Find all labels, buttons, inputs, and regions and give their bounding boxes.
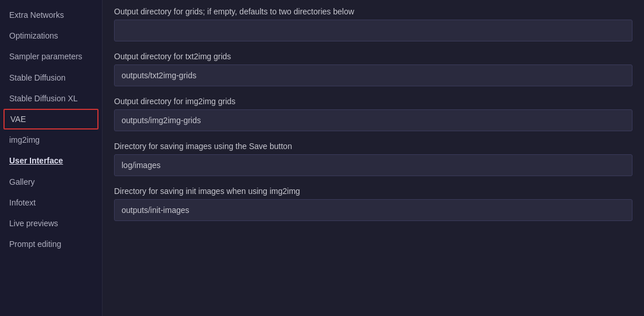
field-label-init-images-dir: Directory for saving init images when us… xyxy=(114,186,632,196)
sidebar-item-user-interface[interactable]: User Interface xyxy=(0,150,102,171)
sidebar-item-live-previews[interactable]: Live previews xyxy=(0,213,102,234)
sidebar-item-infotext[interactable]: Infotext xyxy=(0,192,102,213)
field-label-txt2img-grids-dir: Output directory for txt2img grids xyxy=(114,52,632,61)
sidebar-item-optimizations[interactable]: Optimizations xyxy=(0,25,102,46)
sidebar-item-prompt-editing[interactable]: Prompt editing xyxy=(0,234,102,254)
field-group-grids-output-dir: Output directory for grids; if empty, de… xyxy=(114,7,632,41)
field-input-txt2img-grids-dir[interactable] xyxy=(114,64,632,86)
sidebar: Extra NetworksOptimizationsSampler param… xyxy=(0,0,103,316)
field-group-save-button-dir: Directory for saving images using the Sa… xyxy=(114,142,632,176)
sidebar-item-img2img[interactable]: img2img xyxy=(0,130,102,150)
field-group-init-images-dir: Directory for saving init images when us… xyxy=(114,186,632,221)
field-input-grids-output-dir[interactable] xyxy=(114,20,632,41)
field-group-img2img-grids-dir: Output directory for img2img grids xyxy=(114,97,632,131)
field-label-img2img-grids-dir: Output directory for img2img grids xyxy=(114,97,632,106)
field-label-grids-output-dir: Output directory for grids; if empty, de… xyxy=(114,7,632,16)
field-input-img2img-grids-dir[interactable] xyxy=(114,109,632,131)
field-input-init-images-dir[interactable] xyxy=(114,199,632,221)
sidebar-item-gallery[interactable]: Gallery xyxy=(0,172,102,192)
sidebar-item-sampler-parameters[interactable]: Sampler parameters xyxy=(0,46,102,67)
field-group-txt2img-grids-dir: Output directory for txt2img grids xyxy=(114,52,632,86)
field-label-save-button-dir: Directory for saving images using the Sa… xyxy=(114,142,632,151)
sidebar-item-vae[interactable]: VAE xyxy=(3,109,99,130)
sidebar-item-extra-networks[interactable]: Extra Networks xyxy=(0,5,102,25)
sidebar-item-stable-diffusion-xl[interactable]: Stable Diffusion XL xyxy=(0,88,102,109)
field-input-save-button-dir[interactable] xyxy=(114,154,632,176)
sidebar-item-stable-diffusion[interactable]: Stable Diffusion xyxy=(0,67,102,88)
main-content: Output directory for grids; if empty, de… xyxy=(103,0,644,316)
